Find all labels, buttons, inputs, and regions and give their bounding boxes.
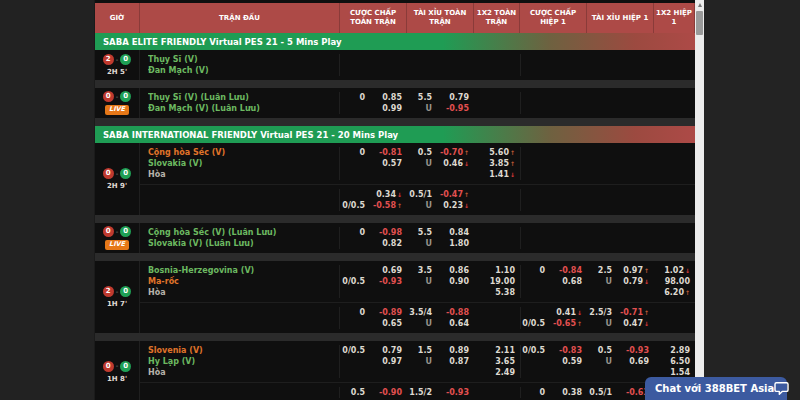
odds-cell[interactable]: 1.41↓ (474, 169, 520, 180)
team-name[interactable]: Cộng hòa Séc (V) (148, 147, 339, 158)
team-name[interactable]: Thụy Sĩ (V) (Luân Lưu) (148, 92, 339, 103)
odds-cell[interactable]: 0/0.5 (340, 200, 370, 211)
odds-cell[interactable]: U (587, 356, 617, 367)
team-name[interactable]: Bosnia-Herzegovina (V) (148, 265, 339, 276)
odds-cell[interactable]: 2.89 (654, 345, 695, 356)
odds-cell[interactable]: 0.90 (437, 276, 474, 287)
odds-cell[interactable]: U (407, 356, 437, 367)
odds-cell[interactable]: 2.11 (474, 345, 520, 356)
odds-cell[interactable]: 0.34↓ (370, 189, 407, 200)
odds-cell[interactable]: 0.79 (437, 92, 474, 103)
team-name[interactable]: Hòa (148, 169, 339, 180)
odds-cell[interactable]: 0.5 (587, 345, 617, 356)
odds-cell[interactable]: 0/0.5 (520, 345, 550, 356)
odds-cell[interactable]: -0.58↑ (370, 200, 407, 211)
team-name[interactable]: Đan Mạch (V) (148, 65, 339, 76)
odds-cell[interactable]: 0/0.5 (340, 276, 370, 287)
odds-cell[interactable]: -0.81 (370, 147, 407, 158)
odds-cell[interactable]: 0.97↑ (617, 265, 654, 276)
odds-cell[interactable]: 0.47↓ (617, 318, 654, 329)
odds-cell[interactable]: 0.69 (617, 356, 654, 367)
odds-cell[interactable]: 0/0.5 (520, 318, 550, 329)
odds-cell[interactable]: U (407, 158, 437, 169)
odds-cell[interactable]: 1.5/2 (407, 387, 437, 398)
odds-cell[interactable]: 19.00 (474, 276, 520, 287)
league-header[interactable]: SABA ELITE FRIENDLY Virtual PES 21 - 5 M… (95, 33, 695, 50)
odds-cell[interactable]: 0.87 (437, 356, 474, 367)
odds-cell[interactable]: 6.20↑ (654, 287, 695, 298)
odds-cell[interactable]: U (587, 318, 617, 329)
odds-cell[interactable]: 5.5 (407, 92, 437, 103)
odds-cell[interactable]: -0.98 (370, 227, 407, 238)
odds-cell[interactable]: 0.89 (437, 345, 474, 356)
odds-cell[interactable]: 0 (520, 265, 550, 276)
odds-cell[interactable]: -0.93 (437, 387, 474, 398)
vertical-scrollbar[interactable] (695, 0, 704, 400)
odds-cell[interactable]: 0/0.5 (340, 345, 370, 356)
odds-cell[interactable]: -0.70↑ (437, 147, 474, 158)
team-name[interactable]: Slovenia (V) (148, 345, 339, 356)
odds-cell[interactable]: -0.83 (550, 345, 587, 356)
odds-cell[interactable]: 98.00 (654, 276, 695, 287)
odds-cell[interactable]: 0.57 (370, 158, 407, 169)
odds-cell[interactable]: U (407, 276, 437, 287)
odds-cell[interactable]: 0.5 (407, 147, 437, 158)
odds-cell[interactable]: -0.90 (370, 387, 407, 398)
odds-cell[interactable]: 2.49 (474, 367, 520, 378)
team-name[interactable]: Ma-rốc (148, 276, 339, 287)
odds-cell[interactable]: 1.10 (474, 265, 520, 276)
scrollbar-thumb[interactable] (696, 11, 703, 35)
odds-cell[interactable]: 0.79 (370, 345, 407, 356)
odds-cell[interactable]: 0 (520, 387, 550, 398)
odds-cell[interactable]: 0.5 (340, 387, 370, 398)
odds-cell[interactable]: U (407, 318, 437, 329)
odds-cell[interactable]: 0.38 (550, 387, 587, 398)
odds-cell[interactable]: -0.93 (370, 276, 407, 287)
odds-cell[interactable]: 0.99 (370, 103, 407, 114)
odds-cell[interactable]: -0.93 (617, 345, 654, 356)
odds-cell[interactable]: 0.64 (437, 318, 474, 329)
odds-cell[interactable]: 3.5 (407, 265, 437, 276)
odds-cell[interactable]: -0.95 (437, 103, 474, 114)
team-name[interactable]: Hòa (148, 287, 339, 298)
odds-cell[interactable]: -0.89 (370, 307, 407, 318)
odds-cell[interactable]: 0.69 (370, 265, 407, 276)
odds-cell[interactable]: U (407, 238, 437, 249)
odds-cell[interactable]: 5.38 (474, 287, 520, 298)
odds-cell[interactable]: 0.59 (550, 356, 587, 367)
odds-cell[interactable]: U (407, 103, 437, 114)
odds-cell[interactable]: 1.5 (407, 345, 437, 356)
odds-cell[interactable]: 0.82 (370, 238, 407, 249)
odds-cell[interactable]: 0.65 (370, 318, 407, 329)
odds-cell[interactable]: 2.5/3 (587, 307, 617, 318)
odds-cell[interactable]: 2.5 (587, 265, 617, 276)
odds-cell[interactable]: -0.71↑ (617, 307, 654, 318)
odds-cell[interactable]: 0.79↓ (617, 276, 654, 287)
odds-cell[interactable]: 1.80 (437, 238, 474, 249)
odds-cell[interactable]: 5.5 (407, 227, 437, 238)
odds-cell[interactable]: 0.41↓ (550, 307, 587, 318)
odds-cell[interactable]: -0.47↑ (437, 189, 474, 200)
odds-cell[interactable]: 3.65 (474, 356, 520, 367)
odds-cell[interactable]: -0.65↑ (550, 318, 587, 329)
team-name[interactable]: Thụy Sĩ (V) (148, 54, 339, 65)
team-name[interactable]: Đan Mạch (V) (Luân Lưu) (148, 103, 339, 114)
chat-widget-button[interactable]: Chat với 388BET Asia (645, 377, 787, 400)
odds-cell[interactable]: 0.84 (437, 227, 474, 238)
team-name[interactable]: Hy Lạp (V) (148, 356, 339, 367)
odds-cell[interactable]: 0.23↓ (437, 200, 474, 211)
team-name[interactable]: Cộng hòa Séc (V) (Luân Lưu) (148, 227, 339, 238)
odds-cell[interactable]: 0.85 (370, 92, 407, 103)
odds-cell[interactable]: 0 (340, 92, 370, 103)
team-name[interactable]: Slovakia (V) (148, 158, 339, 169)
odds-cell[interactable]: -0.88 (437, 307, 474, 318)
odds-cell[interactable]: 0.68 (550, 276, 587, 287)
odds-cell[interactable]: 5.60↑ (474, 147, 520, 158)
scroll-up-arrow-icon[interactable] (695, 0, 704, 9)
odds-cell[interactable]: 0 (340, 307, 370, 318)
odds-cell[interactable]: 0.5/1 (407, 189, 437, 200)
odds-cell[interactable]: 0 (340, 227, 370, 238)
odds-cell[interactable]: 0.5/1 (587, 387, 617, 398)
odds-cell[interactable]: 0.46↓ (437, 158, 474, 169)
odds-cell[interactable]: 0 (340, 147, 370, 158)
